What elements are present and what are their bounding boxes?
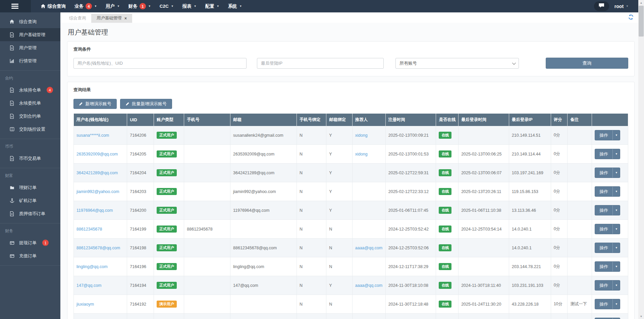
messages-button[interactable]	[594, 1, 609, 11]
sidebar-item-币币交易单[interactable]: 币币交易单	[0, 152, 60, 165]
account-type-select[interactable]: 所有账号	[395, 58, 519, 69]
navbar-item-用户[interactable]: 用户▼	[101, 0, 124, 12]
tab-综合查询[interactable]: 综合查询	[64, 14, 91, 23]
username-input[interactable]	[73, 58, 247, 69]
action-button-label[interactable]: 操作	[595, 205, 612, 215]
sidebar-item-矿机订单[interactable]: 矿机订单	[0, 194, 60, 207]
navbar-item-报表[interactable]: 报表▼	[178, 0, 201, 12]
action-dropdown-toggle[interactable]: ▼	[612, 149, 620, 159]
action-dropdown-toggle[interactable]: ▼	[612, 243, 620, 253]
sidebar-item-理财订单[interactable]: 理财订单	[0, 181, 60, 194]
file-icon	[9, 101, 15, 106]
action-button[interactable]: 操作▼	[595, 243, 620, 253]
action-button[interactable]: 操作▼	[595, 224, 620, 234]
action-button-label[interactable]: 操作	[595, 130, 612, 140]
sidebar-item-永续委托单[interactable]: 永续委托单	[0, 97, 60, 110]
phone-bound-cell: N	[297, 295, 326, 314]
username-link[interactable]: 88612345678	[76, 227, 102, 232]
action-dropdown-toggle[interactable]: ▼	[612, 262, 620, 271]
username-link[interactable]: 88612345678@qq.com	[76, 246, 120, 250]
action-button[interactable]: 操作▼	[595, 318, 620, 319]
last-login-time-cell: 2024-11-27T23:16:07	[459, 314, 509, 319]
navbar-item-配置[interactable]: 配置▼	[201, 0, 224, 12]
referrer-link[interactable]: xidong	[355, 152, 368, 156]
navbar-item-C2C[interactable]: C2C▼	[155, 0, 178, 12]
action-button-label[interactable]: 操作	[595, 224, 612, 234]
user-menu[interactable]: root ▼	[614, 4, 629, 9]
column-header-手机号: 手机号	[184, 114, 230, 126]
action-button[interactable]: 操作▼	[595, 261, 620, 272]
action-button[interactable]: 操作▼	[595, 299, 620, 309]
account-type-badge: 正式用户	[157, 207, 177, 214]
username-link[interactable]: susana*****il.com	[76, 133, 109, 138]
username-link[interactable]: jiuxiaoym	[76, 302, 94, 307]
navbar-item-财务[interactable]: 财务1▼	[124, 0, 155, 12]
scroll-down-arrow-icon[interactable]: ▼	[638, 314, 644, 319]
action-dropdown-toggle[interactable]: ▼	[612, 280, 620, 290]
scrollbar-thumb[interactable]	[639, 6, 644, 37]
referrer-link[interactable]: aaaa@qq.com	[355, 246, 383, 250]
sidebar-item-用户基础管理[interactable]: 用户基础管理	[0, 28, 60, 41]
referrer-link[interactable]: aaaa@qq.com	[355, 283, 383, 288]
username-link[interactable]: 147@qq.com	[76, 283, 102, 288]
navbar-item-综合查询[interactable]: 综合查询	[36, 0, 70, 12]
online-status-badge: 在线	[439, 301, 451, 308]
action-button-label[interactable]: 操作	[595, 262, 612, 271]
email-bound-cell: Y	[326, 314, 352, 319]
sidebar-item-交割合约单[interactable]: 交割合约单	[0, 110, 60, 123]
sidebar-item-交割场控设置[interactable]: 交割场控设置	[0, 123, 60, 136]
sidebar-item-提现订单[interactable]: 提现订单1	[0, 236, 60, 249]
action-button[interactable]: 操作▼	[595, 149, 620, 159]
column-header-评分: 评分	[551, 114, 568, 126]
action-button[interactable]: 操作▼	[595, 168, 620, 178]
action-button-label[interactable]: 操作	[595, 187, 612, 196]
sidebar-item-综合查询[interactable]: 综合查询	[0, 15, 60, 28]
action-button[interactable]: 操作▼	[595, 130, 620, 140]
close-icon[interactable]: ×	[124, 16, 127, 21]
sidebar-toggle-button[interactable]	[0, 0, 31, 12]
navbar-item-业务[interactable]: 业务4▼	[70, 0, 101, 12]
last-login-ip-input[interactable]	[257, 58, 384, 69]
action-button-label[interactable]: 操作	[595, 243, 612, 253]
action-dropdown-toggle[interactable]: ▼	[612, 299, 620, 309]
sidebar-item-质押借币订单[interactable]: 质押借币订单	[0, 207, 60, 220]
action-dropdown-toggle[interactable]: ▼	[612, 168, 620, 178]
search-button[interactable]: 查询	[546, 58, 628, 69]
navbar-item-系统[interactable]: 系统▼	[224, 0, 247, 12]
score-cell: 0分	[551, 126, 568, 145]
refresh-button[interactable]	[628, 14, 634, 21]
sidebar-item-行情管理[interactable]: 行情管理	[0, 54, 60, 67]
action-dropdown-toggle[interactable]: ▼	[612, 205, 620, 215]
username-link[interactable]: 3642421289@qq.com	[76, 171, 118, 175]
sidebar-item-永续持仓单[interactable]: 永续持仓单4	[0, 83, 60, 97]
action-button-label[interactable]: 操作	[595, 149, 612, 159]
vertical-scrollbar[interactable]: ▲ ▼	[638, 0, 644, 319]
scroll-up-arrow-icon[interactable]: ▲	[638, 0, 644, 5]
results-panel-title: 查询结果	[67, 82, 634, 96]
username-link[interactable]: lingling@qq.com	[76, 264, 108, 269]
action-button[interactable]: 操作▼	[595, 186, 620, 197]
account-type-badge: 正式用户	[157, 169, 177, 176]
username-link[interactable]: 2635392009@qq.com	[76, 152, 118, 156]
batch-add-demo-account-button[interactable]: 批量新增演示账号	[120, 99, 172, 109]
account-type-badge-container: 演示用户	[154, 295, 184, 314]
action-button[interactable]: 操作▼	[595, 205, 620, 215]
username-link[interactable]: jiamin992@yahoo.com	[76, 189, 119, 194]
action-button-label[interactable]: 操作	[595, 280, 612, 290]
account-type-badge-container: 正式用户	[154, 276, 184, 295]
file-icon	[9, 45, 15, 51]
action-dropdown-toggle[interactable]: ▼	[612, 187, 620, 196]
action-dropdown-toggle[interactable]: ▼	[612, 130, 620, 140]
sidebar-item-充值订单[interactable]: 充值订单	[0, 249, 60, 262]
referrer-link[interactable]: xidong	[355, 133, 368, 138]
sidebar-item-用户管理[interactable]: 用户管理	[0, 41, 60, 54]
action-dropdown-toggle[interactable]: ▼	[612, 224, 620, 234]
action-button-label[interactable]: 操作	[595, 299, 612, 309]
action-button[interactable]: 操作▼	[595, 280, 620, 291]
results-actions: 新增演示账号 批量新增演示账号	[67, 96, 634, 114]
add-demo-account-button[interactable]: 新增演示账号	[73, 99, 117, 109]
tab-用户基础管理[interactable]: 用户基础管理×	[91, 14, 132, 23]
remark-cell	[568, 276, 592, 295]
username-link[interactable]: 11976964@qq.com	[76, 208, 113, 213]
action-button-label[interactable]: 操作	[595, 168, 612, 178]
